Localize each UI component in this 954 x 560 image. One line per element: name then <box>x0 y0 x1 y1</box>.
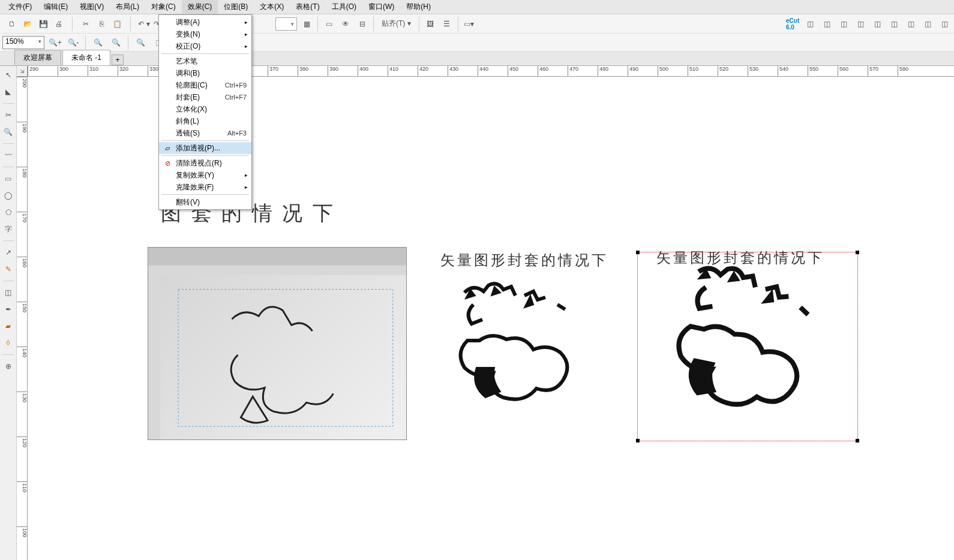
menu-shortcut: Ctrl+F9 <box>225 82 247 89</box>
text-tool[interactable]: 字 <box>2 222 15 236</box>
menu-item[interactable]: 斜角(L) <box>159 115 251 127</box>
menu-item[interactable]: 艺术笔 <box>159 55 251 67</box>
dimension-tool[interactable]: ↗ <box>2 246 15 259</box>
ruler-origin[interactable]: ⇲ <box>17 66 28 77</box>
menu-item[interactable]: 清除透视点(R)⊘ <box>159 157 251 169</box>
menu-o[interactable]: 工具(O) <box>326 0 362 14</box>
add-tool[interactable]: ⊕ <box>2 360 15 373</box>
heading-text-2[interactable]: 矢量图形封套的情况下 <box>440 251 608 270</box>
freehand-tool[interactable]: 〰 <box>2 149 15 162</box>
new-file-button[interactable]: 🗋 <box>5 17 19 31</box>
zoom-page-icon[interactable]: 🔍 <box>133 35 148 50</box>
fill-tool[interactable]: ▰ <box>2 320 15 333</box>
view-button-3[interactable]: ⊟ <box>355 17 370 31</box>
menu-b[interactable]: 位图(B) <box>218 0 254 14</box>
plugin-btn-7[interactable]: ◫ <box>904 17 918 31</box>
snap-button[interactable]: 贴齐(T) ▾ <box>377 17 415 31</box>
plugin-btn-4[interactable]: ◫ <box>853 17 868 31</box>
vector-artwork-1[interactable] <box>440 275 608 413</box>
menu-item[interactable]: 立体化(X) <box>159 103 251 115</box>
plugin-btn-3[interactable]: ◫ <box>836 17 851 31</box>
menu-item-label: 封套(E) <box>176 92 200 103</box>
menu-item[interactable]: 复制效果(Y)▸ <box>159 169 251 181</box>
open-file-button[interactable]: 📂 <box>20 17 35 31</box>
zoom-tool[interactable]: 🔍 <box>2 125 15 139</box>
menu-item[interactable]: 调整(A)▸ <box>159 16 251 28</box>
plugin-btn-5[interactable]: ◫ <box>870 17 884 31</box>
ruler-tick: 480 <box>598 66 608 77</box>
copy-button[interactable]: ⎘ <box>94 17 109 31</box>
zoom-in-icon[interactable]: 🔍+ <box>48 35 62 50</box>
cut-button[interactable]: ✂ <box>79 17 93 31</box>
menu-item[interactable]: 校正(O)▸ <box>159 40 251 52</box>
plugin-btn-9[interactable]: ◫ <box>937 17 952 31</box>
undo-button[interactable]: ↶ ▾ <box>137 17 151 31</box>
menu-h[interactable]: 帮助(H) <box>400 0 437 14</box>
menu-t[interactable]: 表格(T) <box>290 0 325 14</box>
grid-button[interactable]: ▦ <box>299 17 314 31</box>
unit-dropdown[interactable] <box>275 17 297 31</box>
menu-c[interactable]: 对象(C) <box>145 0 182 14</box>
menu-item[interactable]: 轮廓图(C)Ctrl+F9 <box>159 79 251 91</box>
zoom-level-input[interactable]: 150% <box>2 36 44 49</box>
zoom-out-icon[interactable]: 🔍- <box>66 35 80 50</box>
pick-tool[interactable]: ↖ <box>2 68 15 82</box>
menu-item[interactable]: 透镜(S)Alt+F3 <box>159 127 251 139</box>
menu-f[interactable]: 文件(F) <box>2 0 38 14</box>
options-button-2[interactable]: ☰ <box>440 17 454 31</box>
options-button-3[interactable]: ▭▾ <box>462 17 476 31</box>
menu-item[interactable]: 翻转(V) <box>159 196 251 208</box>
menu-x[interactable]: 文本(X) <box>254 0 290 14</box>
menu-item[interactable]: 克隆效果(F)▸ <box>159 181 251 193</box>
view-button-1[interactable]: ▭ <box>322 17 336 31</box>
menu-w[interactable]: 窗口(W) <box>362 0 400 14</box>
embedded-bitmap[interactable] <box>148 247 407 440</box>
menu-l[interactable]: 布局(L) <box>110 0 145 14</box>
menu-item-label: 变换(N) <box>176 29 200 40</box>
svg-rect-1 <box>148 266 406 275</box>
polygon-tool[interactable]: ⬠ <box>2 206 15 219</box>
new-tab-button[interactable]: + <box>112 55 124 65</box>
outline-tool[interactable]: ◊ <box>2 336 15 350</box>
crop-tool[interactable]: ✂ <box>2 109 15 122</box>
menu-c[interactable]: 效果(C) <box>182 0 218 14</box>
plugin-btn-1[interactable]: ◫ <box>803 17 817 31</box>
ruler-tick: 420 <box>418 66 428 77</box>
document-tab[interactable]: 未命名 -1 <box>62 50 110 65</box>
menu-item[interactable]: 变换(N)▸ <box>159 28 251 40</box>
options-button-1[interactable]: 🖼 <box>423 17 437 31</box>
ecut-plugin-icon[interactable]: eCut 6.0 <box>786 17 800 31</box>
canvas-area[interactable]: ⇲ 29030031032033034035036037038039040041… <box>17 66 954 560</box>
plugin-btn-2[interactable]: ◫ <box>820 17 834 31</box>
paste-button[interactable]: 📋 <box>110 17 124 31</box>
eyedropper-tool[interactable]: ✒ <box>2 303 15 316</box>
submenu-arrow-icon: ▸ <box>245 184 248 190</box>
plugin-btn-6[interactable]: ◫ <box>887 17 901 31</box>
zoom-selection-icon[interactable]: 🔍 <box>109 35 123 50</box>
menu-item[interactable]: 封套(E)Ctrl+F7 <box>159 91 251 103</box>
menu-item[interactable]: 添加透视(P)...▱ <box>159 142 251 154</box>
save-file-button[interactable]: 💾 <box>36 17 50 31</box>
shape-tool[interactable]: ◣ <box>2 85 15 98</box>
effects-tool[interactable]: ◫ <box>2 286 15 299</box>
plugin-btn-8[interactable]: ◫ <box>920 17 935 31</box>
print-button[interactable]: 🖨 <box>52 17 66 31</box>
menu-separator <box>161 53 249 54</box>
menu-item-label: 轮廓图(C) <box>176 80 208 91</box>
ruler-tick: 460 <box>538 66 548 77</box>
ruler-tick: 510 <box>688 66 698 77</box>
view-button-2[interactable]: 👁 <box>338 17 353 31</box>
rectangle-tool[interactable]: ▭ <box>2 172 15 185</box>
menu-v[interactable]: 视图(V) <box>74 0 110 14</box>
menu-separator <box>161 155 249 156</box>
zoom-fit-icon[interactable]: 🔍 <box>91 35 105 50</box>
ruler-tick: 200 <box>17 77 28 88</box>
connector-tool[interactable]: ✎ <box>2 263 15 276</box>
menu-item[interactable]: 调和(B) <box>159 67 251 79</box>
ruler-tick: 490 <box>628 66 638 77</box>
menu-e[interactable]: 编辑(E) <box>38 0 74 14</box>
ellipse-tool[interactable]: ◯ <box>2 189 15 202</box>
document-tab[interactable]: 欢迎屏幕 <box>14 50 61 65</box>
vector-artwork-2-selected[interactable] <box>637 252 858 441</box>
svg-rect-0 <box>148 248 406 266</box>
